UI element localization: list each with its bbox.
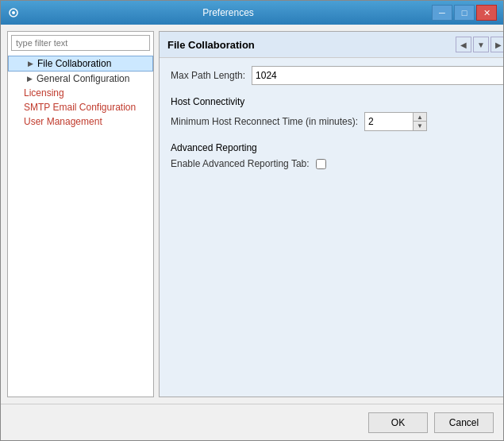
tree-item-general-configuration[interactable]: ▶ General Configuration [8, 72, 153, 86]
tree-arrow-general-configuration: ▶ [24, 73, 35, 84]
tree-label-user-management: User Management [24, 116, 102, 127]
max-path-spinner: ▲ ▼ [252, 66, 503, 85]
tree-item-licensing[interactable]: Licensing [8, 86, 153, 100]
min-reconnect-label: Minimum Host Reconnect Time (in minutes)… [171, 116, 358, 127]
min-reconnect-spin-buttons: ▲ ▼ [413, 113, 426, 130]
max-path-input[interactable] [252, 67, 503, 84]
left-panel: ▶ File Collaboration ▶ General Configura… [7, 31, 154, 397]
preferences-window: Preferences ─ □ ✕ ▶ File Collaboration ▶… [0, 0, 504, 441]
content-area: ▶ File Collaboration ▶ General Configura… [1, 25, 503, 404]
max-path-section: Max Path Length: ▲ ▼ [171, 66, 503, 85]
window-controls: ─ □ ✕ [432, 5, 497, 21]
tree-item-user-management[interactable]: User Management [8, 114, 153, 129]
enable-reporting-checkbox[interactable] [316, 159, 326, 169]
advanced-reporting-header: Advanced Reporting [171, 142, 503, 153]
tree-arrow-file-collaboration: ▶ [25, 58, 36, 69]
enable-reporting-row: Enable Advanced Reporting Tab: [171, 158, 503, 169]
panel-body: Max Path Length: ▲ ▼ Host Connectivity [160, 58, 503, 397]
min-reconnect-spinner: ▲ ▼ [364, 112, 427, 131]
bottom-bar: OK Cancel [1, 404, 503, 440]
tree-item-smtp[interactable]: SMTP Email Configuration [8, 100, 153, 114]
nav-buttons: ◀ ▼ ▶ ▼ [456, 37, 503, 52]
maximize-button[interactable]: □ [454, 5, 475, 21]
right-panel: File Collaboration ◀ ▼ ▶ ▼ Max Path Leng… [159, 31, 503, 397]
host-connectivity-section: Host Connectivity Minimum Host Reconnect… [171, 96, 503, 131]
close-button[interactable]: ✕ [476, 5, 497, 21]
title-bar: Preferences ─ □ ✕ [1, 1, 503, 25]
filter-input[interactable] [11, 35, 150, 51]
panel-title: File Collaboration [167, 39, 255, 51]
tree-label-general-configuration: General Configuration [37, 73, 129, 84]
enable-reporting-label: Enable Advanced Reporting Tab: [171, 158, 310, 169]
tree-item-file-collaboration[interactable]: ▶ File Collaboration [8, 56, 153, 72]
forward-button[interactable]: ▶ [491, 37, 503, 52]
max-path-label: Max Path Length: [171, 70, 245, 81]
enable-reporting-checkbox-wrapper [316, 159, 326, 169]
cancel-button[interactable]: Cancel [434, 412, 494, 433]
max-path-row: Max Path Length: ▲ ▼ [171, 66, 503, 85]
tree-area: ▶ File Collaboration ▶ General Configura… [8, 54, 153, 397]
panel-header: File Collaboration ◀ ▼ ▶ ▼ [160, 32, 503, 58]
min-reconnect-increment[interactable]: ▲ [414, 113, 426, 122]
minimize-button[interactable]: ─ [432, 5, 452, 21]
window-icon [7, 6, 20, 19]
ok-button[interactable]: OK [368, 412, 428, 433]
tree-arrow-user-management [11, 116, 22, 127]
back-dropdown-button[interactable]: ▼ [473, 37, 489, 52]
min-reconnect-decrement[interactable]: ▼ [414, 122, 426, 130]
tree-label-file-collaboration: File Collaboration [37, 58, 111, 69]
tree-label-licensing: Licensing [24, 87, 64, 99]
advanced-reporting-section: Advanced Reporting Enable Advanced Repor… [171, 142, 503, 169]
back-button[interactable]: ◀ [456, 37, 471, 52]
tree-label-smtp: SMTP Email Configuration [24, 102, 136, 113]
window-title: Preferences [25, 7, 432, 18]
tree-arrow-licensing [11, 87, 22, 99]
min-reconnect-input[interactable] [365, 113, 413, 130]
host-connectivity-header: Host Connectivity [171, 96, 503, 107]
min-reconnect-row: Minimum Host Reconnect Time (in minutes)… [171, 112, 503, 131]
svg-point-1 [12, 11, 15, 14]
tree-arrow-smtp [11, 102, 22, 113]
